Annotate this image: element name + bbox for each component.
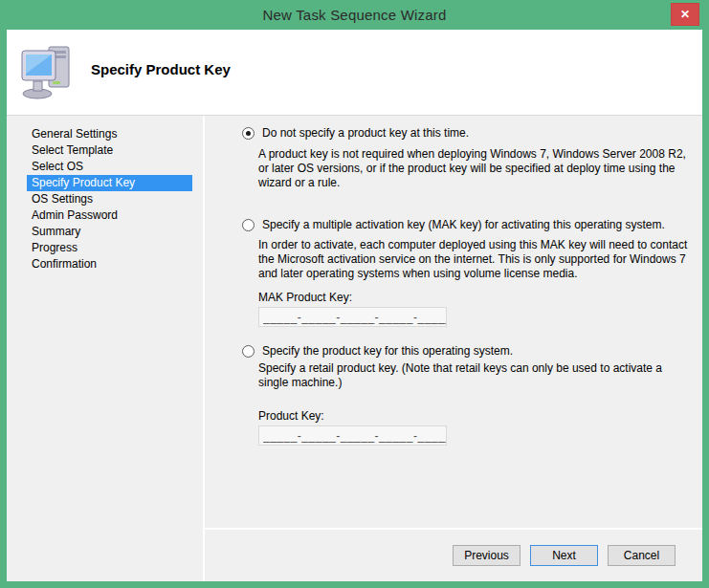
sidebar-item-select-os: Select OS bbox=[27, 159, 192, 175]
sidebar-item-general-settings: General Settings bbox=[27, 126, 192, 142]
sidebar-item-admin-password: Admin Password bbox=[27, 207, 192, 224]
radio-label: Specify a multiple activation key (MAK k… bbox=[262, 218, 665, 232]
page-title: Specify Product Key bbox=[91, 61, 231, 77]
sidebar-item-select-template: Select Template bbox=[27, 142, 192, 159]
radio-label: Specify the product key for this operati… bbox=[262, 344, 513, 359]
radio-option-mak-key[interactable]: Specify a multiple activation key (MAK k… bbox=[242, 218, 689, 232]
sidebar-item-specify-product-key: Specify Product Key bbox=[27, 175, 192, 191]
window-title: New Task Sequence Wizard bbox=[262, 7, 446, 23]
sidebar-item-os-settings: OS Settings bbox=[27, 191, 192, 207]
wizard-dialog: Specify Product Key General Settings Sel… bbox=[7, 30, 702, 581]
wizard-header: Specify Product Key bbox=[7, 30, 702, 116]
sidebar-item-confirmation: Confirmation bbox=[27, 256, 192, 272]
mak-product-key-label: MAK Product Key: bbox=[258, 291, 689, 304]
previous-button[interactable]: Previous bbox=[453, 545, 521, 566]
sidebar-item-summary: Summary bbox=[27, 224, 192, 240]
wizard-window: New Task Sequence Wizard ✕ Specify Produ… bbox=[0, 0, 709, 588]
mak-product-key-input[interactable] bbox=[258, 307, 447, 327]
cancel-button[interactable]: Cancel bbox=[608, 545, 676, 566]
option-description: In order to activate, each computer depl… bbox=[258, 238, 689, 281]
computer-icon bbox=[21, 45, 73, 100]
radio-icon-mak-key[interactable] bbox=[242, 219, 255, 231]
options-content: Do not specify a product key at this tim… bbox=[205, 116, 702, 446]
radio-icon-no-key[interactable] bbox=[242, 127, 255, 140]
button-bar: Previous Next Cancel bbox=[205, 528, 702, 581]
step-sidebar: General Settings Select Template Select … bbox=[7, 116, 203, 581]
sidebar-item-progress: Progress bbox=[27, 240, 192, 256]
next-button[interactable]: Next bbox=[530, 545, 598, 566]
wizard-body: General Settings Select Template Select … bbox=[7, 116, 702, 581]
radio-label: Do not specify a product key at this tim… bbox=[262, 126, 469, 141]
option-description: Specify a retail product key. (Note that… bbox=[258, 361, 689, 390]
title-bar: New Task Sequence Wizard bbox=[0, 0, 709, 30]
close-button[interactable]: ✕ bbox=[671, 3, 699, 26]
radio-option-retail-key[interactable]: Specify the product key for this operati… bbox=[242, 344, 689, 359]
radio-icon-retail-key[interactable] bbox=[242, 345, 255, 358]
close-icon: ✕ bbox=[680, 9, 690, 20]
radio-option-no-key[interactable]: Do not specify a product key at this tim… bbox=[242, 126, 689, 141]
main-panel: Do not specify a product key at this tim… bbox=[205, 116, 702, 581]
product-key-label: Product Key: bbox=[258, 409, 689, 423]
product-key-input[interactable] bbox=[258, 425, 447, 446]
option-description: A product key is not required when deplo… bbox=[258, 147, 689, 190]
